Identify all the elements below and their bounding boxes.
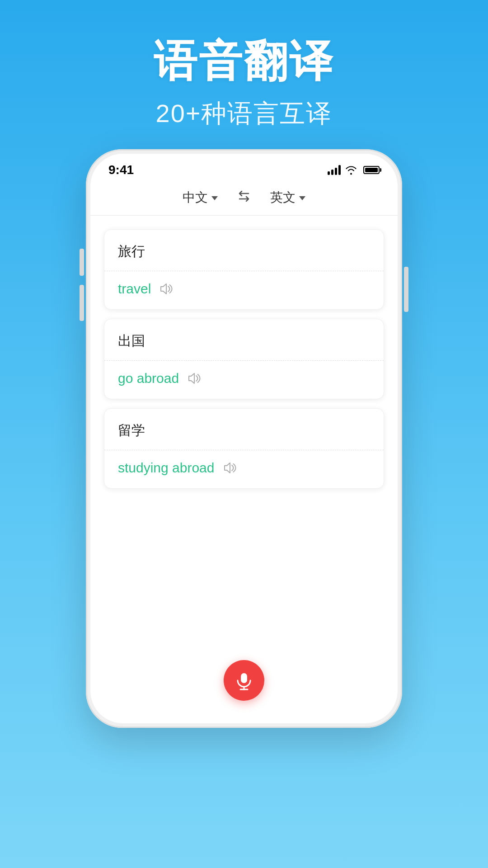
phone-frame: 9:41 中文 <box>86 149 402 728</box>
target-language-selector[interactable]: 英文 <box>270 189 305 206</box>
source-text-2: 出国 <box>104 319 384 361</box>
speaker-button-3[interactable] <box>222 461 236 475</box>
signal-icon <box>328 165 341 175</box>
translation-row-3: studying abroad <box>104 450 384 488</box>
speaker-button-1[interactable] <box>158 282 173 296</box>
top-section: 语音翻译 20+种语言互译 <box>154 0 334 131</box>
translation-card-1: 旅行 travel <box>104 229 384 310</box>
mic-area <box>90 646 398 723</box>
translation-card-2: 出国 go abroad <box>104 319 384 399</box>
source-language-label: 中文 <box>183 189 208 206</box>
app-title: 语音翻译 <box>154 36 334 86</box>
source-text-3: 留学 <box>104 409 384 450</box>
source-language-selector[interactable]: 中文 <box>183 189 218 206</box>
speaker-button-2[interactable] <box>186 371 201 386</box>
power-button <box>404 267 408 312</box>
translated-text-1: travel <box>118 281 151 297</box>
status-icons <box>328 165 380 175</box>
translation-row-2: go abroad <box>104 361 384 399</box>
swap-languages-button[interactable] <box>236 190 252 205</box>
battery-icon <box>363 166 380 174</box>
phone-screen: 9:41 中文 <box>90 154 398 723</box>
target-language-label: 英文 <box>270 189 296 206</box>
target-dropdown-arrow-icon <box>299 196 305 200</box>
translations-list: 旅行 travel 出国 <box>90 216 398 646</box>
volume-down-button <box>80 285 84 321</box>
status-time: 9:41 <box>108 163 134 177</box>
source-dropdown-arrow-icon <box>211 196 218 200</box>
translation-row-1: travel <box>104 271 384 309</box>
volume-up-button <box>80 249 84 276</box>
app-subtitle: 20+种语言互译 <box>156 97 333 131</box>
translation-card-3: 留学 studying abroad <box>104 408 384 489</box>
translated-text-2: go abroad <box>118 371 179 386</box>
microphone-button[interactable] <box>224 660 264 701</box>
source-text-1: 旅行 <box>104 230 384 271</box>
status-bar: 9:41 <box>90 154 398 182</box>
svg-rect-0 <box>241 673 247 683</box>
wifi-icon <box>345 165 357 175</box>
language-bar: 中文 英文 <box>90 182 398 216</box>
translated-text-3: studying abroad <box>118 460 215 476</box>
